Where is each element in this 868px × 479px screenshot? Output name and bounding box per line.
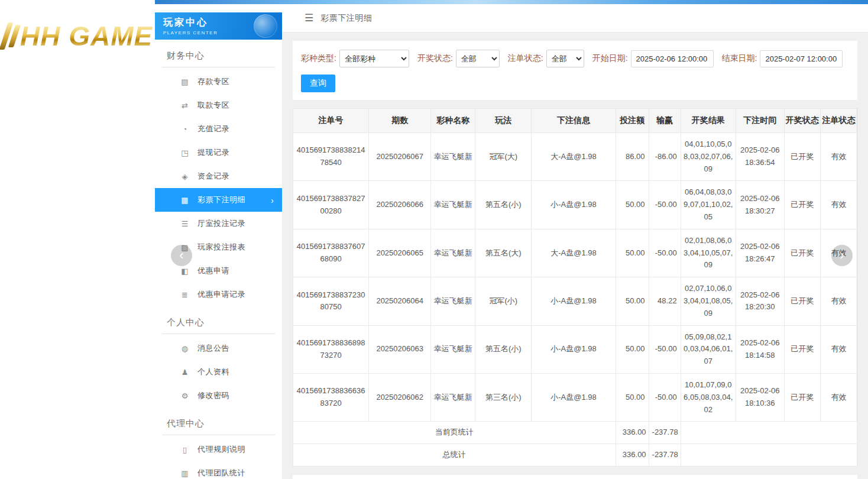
table-cell: 06,04,08,03,09,07,01,10,02,05 (681, 181, 736, 229)
table-cell: 有效 (820, 277, 857, 325)
sidebar-item-profile[interactable]: ♟个人资料 (155, 360, 282, 384)
column-header: 开奖结果 (681, 109, 736, 133)
table-cell: 401569173883723080750 (293, 277, 369, 325)
sidebar-item-change-password[interactable]: ⚙修改密码 (155, 384, 282, 407)
bet-status-select[interactable]: 全部 (546, 50, 584, 67)
table-cell: 05,09,08,02,10,03,04,06,01,07 (681, 325, 736, 373)
table-cell: 幸运飞艇新 (431, 229, 475, 277)
sidebar-item-hall-bet-records[interactable]: ☰厅室投注记录 (155, 212, 282, 235)
table-cell: 2025-02-06 18:30:27 (736, 181, 784, 229)
draw-status-select[interactable]: 全部 (456, 50, 500, 67)
query-button[interactable]: 查询 (301, 75, 335, 92)
summary-winloss-total: -237.78 (649, 444, 681, 467)
menu-toggle-icon[interactable]: ☰ (305, 12, 313, 24)
sidebar-header: 玩家中心 PLAYERS CENTER (155, 12, 282, 40)
sidebar-item-withdrawal-records[interactable]: ◳提现记录 (155, 141, 282, 164)
column-header: 开奖状态 (784, 109, 820, 133)
table-cell: 02,07,10,06,03,04,01,08,05,09 (681, 277, 736, 325)
sidebar-item-label: 充值记录 (197, 124, 229, 134)
table-row: 40156917388366368372020250206062幸运飞艇新第三名… (293, 373, 857, 421)
sidebar-item-label: 彩票下注明细 (197, 195, 245, 205)
sidebar-item-label: 个人资料 (197, 367, 229, 377)
sidebar-item-funds-records[interactable]: ◈资金记录 (155, 164, 282, 188)
lottery-type-label: 彩种类型: (301, 53, 336, 64)
summary-row: 当前页统计336.00-237.78 (293, 422, 857, 444)
sidebar-item-label: 厅室投注记录 (197, 218, 245, 229)
table-cell: -50.00 (649, 325, 681, 373)
summary-winloss-total: -237.78 (649, 422, 681, 444)
table-cell: 10,01,07,09,06,05,08,03,04,02 (681, 373, 736, 421)
table-cell: 20250206065 (369, 229, 431, 277)
main-area: ☰ 彩票下注明细 彩种类型: 全部彩种 开奖状态: 全部 注单状态: 全部 开始… (282, 4, 868, 479)
sidebar-item-agent-rules[interactable]: ▯代理规则说明 (155, 438, 282, 461)
table-cell: 2025-02-06 18:14:58 (736, 325, 784, 373)
sidebar-item-agent-team-stats[interactable]: ▥代理团队统计 (155, 461, 282, 479)
sidebar-item-label: 资金记录 (197, 171, 229, 182)
end-date-input[interactable] (760, 50, 843, 67)
table-cell: 小-A盘@1.98 (532, 325, 616, 373)
sidebar-item-label: 存款专区 (197, 76, 229, 87)
summary-bet-total: 336.00 (616, 422, 649, 444)
funds-record-icon: ◈ (180, 172, 190, 181)
person-icon: ♟ (180, 368, 190, 377)
sidebar-item-label: 代理规则说明 (197, 444, 245, 455)
table-cell: 大-A盘@1.98 (532, 133, 616, 181)
sidebar-item-label: 消息公告 (197, 343, 229, 354)
globe-decoration-icon (254, 14, 277, 38)
sidebar-section-title: 个人中心 (162, 313, 275, 334)
table-cell: 第五名(小) (475, 325, 532, 373)
column-header: 玩法 (475, 109, 532, 133)
table-cell: 20250206063 (369, 325, 431, 373)
table-cell: 50.00 (616, 373, 649, 421)
table-cell: 已开奖 (784, 277, 820, 325)
withdraw-icon: ⇄ (180, 101, 190, 110)
start-date-label: 开始日期: (592, 53, 628, 64)
sidebar-item-label: 优惠申请 (197, 266, 229, 276)
table-cell: 86.00 (616, 133, 649, 181)
table-cell: 第五名(小) (475, 181, 532, 229)
collapse-left-arrow[interactable]: ‹ (171, 245, 192, 266)
start-date-input[interactable] (631, 50, 714, 67)
column-header: 彩种名称 (431, 109, 475, 133)
expand-right-arrow[interactable]: › (831, 245, 853, 266)
table-cell: 50.00 (616, 325, 649, 373)
sidebar-item-promo-apply-records[interactable]: ≣优惠申请记录 (155, 283, 282, 306)
table-cell: 大-A盘@1.98 (532, 229, 616, 277)
table-row: 40156917388378270028020250206066幸运飞艇新第五名… (293, 181, 857, 229)
column-header: 输赢 (649, 109, 681, 133)
stats-icon: ▥ (180, 469, 190, 478)
sidebar-item-announcements[interactable]: ◍消息公告 (155, 336, 282, 360)
table-cell: 50.00 (616, 181, 649, 229)
table-cell: -50.00 (649, 373, 681, 421)
sidebar-item-lottery-bet-details[interactable]: ▦彩票下注明细› (155, 188, 282, 212)
table-cell: 2025-02-06 18:36:54 (736, 133, 784, 181)
gear-icon: ⚙ (180, 391, 190, 400)
table-cell: 有效 (820, 181, 857, 229)
table-row: 40156917388376076809020250206065幸运飞艇新第五名… (293, 229, 857, 277)
lottery-type-select[interactable]: 全部彩种 (339, 50, 409, 67)
filter-card: 彩种类型: 全部彩种 开奖状态: 全部 注单状态: 全部 开始日期: 结束日期:… (293, 41, 857, 100)
table-cell: -50.00 (649, 181, 681, 229)
table-cell: 2025-02-06 18:20:30 (736, 277, 784, 325)
table-cell: 有效 (820, 325, 857, 373)
sidebar-item-label: 优惠申请记录 (197, 289, 245, 300)
table-cell: 401569173883689873270 (293, 325, 369, 373)
draw-status-label: 开奖状态: (417, 53, 453, 64)
table-cell: 已开奖 (784, 229, 820, 277)
table-cell: 20250206067 (369, 133, 431, 181)
table-cell: 幸运飞艇新 (431, 133, 475, 181)
table-cell: 小-A盘@1.98 (532, 373, 616, 421)
table-header-row: 注单号期数彩种名称玩法下注信息投注额输赢开奖结果下注时间开奖状态注单状态 (293, 109, 857, 133)
filter-row: 彩种类型: 全部彩种 开奖状态: 全部 注单状态: 全部 开始日期: 结束日期: (301, 50, 849, 67)
table-cell: 第三名(小) (475, 373, 532, 421)
sidebar-item-recharge-records[interactable]: ◔充值记录 (155, 117, 282, 141)
sidebar: 玩家中心 PLAYERS CENTER 财务中心▤存款专区⇄取款专区◔充值记录◳… (155, 4, 282, 479)
summary-empty-cell (681, 444, 857, 467)
sidebar-item-withdraw-area[interactable]: ⇄取款专区 (155, 93, 282, 117)
table-cell: 幸运飞艇新 (431, 277, 475, 325)
table-cell: 2025-02-06 18:10:36 (736, 373, 784, 421)
table-cell: 小-A盘@1.98 (532, 277, 616, 325)
sidebar-item-deposit-area[interactable]: ▤存款专区 (155, 70, 282, 93)
table-cell: 小-A盘@1.98 (532, 181, 616, 229)
brand-logo: HH GAME (4, 20, 153, 52)
